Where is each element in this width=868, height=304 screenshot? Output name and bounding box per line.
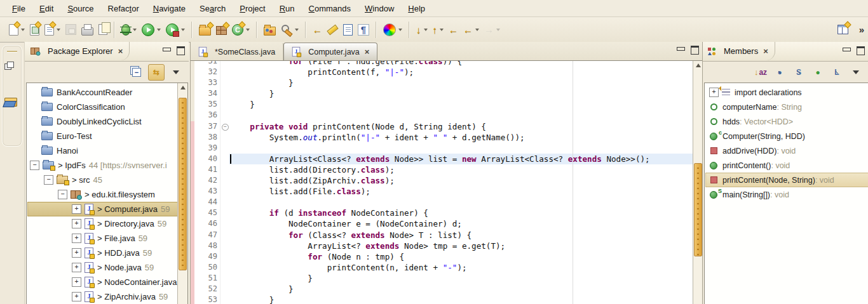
print-button[interactable] [79, 21, 95, 39]
minimize-button[interactable] [163, 48, 171, 51]
tree-item-ziparchiv.java[interactable]: +> ZipArchiv.java59 [27, 289, 178, 304]
folding-column[interactable] [220, 77, 229, 88]
tree-item-nodecontainer.java[interactable]: +> NodeContainer.java59 [27, 275, 178, 289]
dropdown-arrow-icon[interactable] [398, 29, 402, 31]
collapse-all-button[interactable] [129, 65, 144, 80]
editor-scrollbar[interactable] [693, 61, 703, 304]
tree-item-computer.java[interactable]: +> Computer.java59 [27, 202, 178, 216]
code-line-48[interactable]: 48 ArrayList<? extends Node> tmp = e.get… [191, 241, 693, 251]
code-text[interactable] [229, 110, 693, 121]
fold-collapse-icon[interactable]: − [222, 124, 229, 131]
folding-column[interactable] [220, 241, 229, 251]
back-button[interactable]: ← [461, 21, 481, 39]
menu-refactor[interactable]: Refactor [102, 2, 145, 15]
scrollbar-thumb[interactable] [694, 163, 702, 256]
folding-column[interactable] [220, 143, 229, 154]
code-line-47[interactable]: 47 for (Class<? extends Node> T : list) … [191, 230, 693, 241]
code-line-51[interactable]: 51 } [191, 273, 693, 284]
code-text[interactable]: NodeContainer e = (NodeContainer) d; [229, 218, 693, 229]
close-icon[interactable]: × [763, 46, 768, 56]
folding-column[interactable] [220, 284, 229, 294]
view-menu-button[interactable] [168, 65, 184, 80]
expand-icon[interactable]: + [72, 248, 81, 258]
folding-column[interactable] [220, 208, 229, 218]
run-button[interactable] [140, 21, 163, 39]
folding-column[interactable]: − [220, 121, 229, 132]
dropdown-arrow-icon[interactable] [157, 29, 161, 31]
maximize-button[interactable] [177, 46, 185, 55]
tree-item-euro-test[interactable]: Euro-Test [27, 129, 178, 143]
package-explorer-fastview-button[interactable] [4, 98, 17, 107]
dropdown-arrow-icon[interactable] [295, 29, 299, 31]
code-text[interactable]: printContent(n, ident + "-"); [229, 262, 693, 273]
new-java-project-button[interactable] [197, 21, 213, 39]
code-text[interactable]: private void printContent(Node d, String… [229, 121, 693, 132]
scroll-up-arrow-icon[interactable] [693, 61, 703, 70]
show-public-only-button[interactable]: ● [810, 65, 825, 80]
dropdown-arrow-icon[interactable] [21, 29, 25, 31]
code-line-38[interactable]: 38 System.out.println("|-" + ident + " "… [191, 132, 693, 143]
expand-icon[interactable]: + [72, 204, 81, 214]
member-printcontentnodestring[interactable]: printContent(Node, String) : void [705, 173, 868, 187]
new-menu-button[interactable] [43, 21, 62, 39]
package-explorer-tab[interactable]: Package Explorer × [25, 42, 130, 60]
menu-project[interactable]: Project [234, 2, 271, 15]
members-tab[interactable]: Members × [703, 42, 775, 60]
menu-file[interactable]: File [6, 2, 31, 15]
hide-static-members-button[interactable]: S [791, 65, 806, 80]
link-with-editor-button[interactable]: ⇆ [148, 64, 165, 81]
forward-button[interactable]: → [482, 21, 502, 39]
dropdown-arrow-icon[interactable] [440, 29, 444, 31]
scrollbar-thumb[interactable] [179, 98, 187, 270]
sort-button[interactable]: az [753, 65, 768, 80]
code-line-31[interactable]: 31 for (File f : hdd.get(File.class)) { [191, 61, 693, 67]
member-hdds[interactable]: hdds : Vector<HDD> [705, 114, 868, 129]
last-edit-location-button[interactable]: ← [311, 21, 324, 39]
menu-search[interactable]: Search [194, 2, 231, 15]
new-class-button[interactable] [230, 21, 252, 39]
folding-column[interactable] [220, 175, 229, 186]
menu-source[interactable]: Source [62, 2, 99, 15]
code-line-32[interactable]: 32 printContent(f, "|-"); [191, 67, 693, 77]
next-annotation-button[interactable]: ↓ [414, 21, 430, 39]
code-text[interactable] [229, 143, 693, 154]
folding-column[interactable] [220, 273, 229, 284]
dropdown-arrow-icon[interactable] [475, 29, 479, 31]
hide-fields-button[interactable]: ● [772, 65, 787, 80]
last-edit-arrow-button[interactable]: ← [447, 21, 460, 39]
show-whitespace-button[interactable]: ¶ [356, 21, 371, 39]
code-text[interactable]: System.out.println("|-" + ident + " " + … [229, 132, 693, 143]
code-line-33[interactable]: 33 } [191, 77, 693, 88]
code-line-35[interactable]: 35 } [191, 99, 693, 110]
dropdown-arrow-icon[interactable] [246, 29, 250, 31]
minimize-button[interactable] [677, 47, 685, 51]
code-line-40[interactable]: 40 ArrayList<Class<? extends Node>> list… [191, 154, 693, 164]
code-text[interactable]: for (Node n : tmp) { [229, 251, 693, 262]
menu-window[interactable]: Window [359, 2, 400, 15]
tree-item-node.java[interactable]: +> Node.java59 [27, 260, 178, 275]
menu-run[interactable]: Run [274, 2, 301, 15]
member-computername[interactable]: computerName : String [705, 100, 868, 114]
maximize-button[interactable] [691, 46, 699, 55]
menu-help[interactable]: Help [402, 2, 431, 15]
code-text[interactable]: } [229, 99, 693, 110]
code-line-45[interactable]: 45 if (d instanceof NodeContainer) { [191, 208, 693, 218]
fastview-drag-handle[interactable] [7, 51, 17, 53]
code-text[interactable]: ArrayList<? extends Node> tmp = e.get(T)… [229, 241, 693, 251]
collapse-icon[interactable]: − [44, 175, 53, 185]
toolbar-overflow-chevron[interactable]: » [859, 24, 864, 35]
code-line-37[interactable]: 37− private void printContent(Node d, St… [191, 121, 693, 132]
view-menu-button[interactable] [848, 65, 864, 80]
folding-column[interactable] [220, 88, 229, 99]
code-text[interactable]: if (d instanceof NodeContainer) { [229, 208, 693, 218]
code-text[interactable]: for (File f : hdd.get(File.class)) { [229, 61, 693, 67]
member-mainstring[interactable]: Smain(String[]) : void [705, 187, 868, 202]
folding-column[interactable] [220, 154, 229, 164]
code-text[interactable]: } [229, 294, 693, 304]
tree-item-directory.java[interactable]: +> Directory.java59 [27, 216, 178, 231]
new-wizard-button[interactable] [7, 21, 27, 39]
folding-column[interactable] [220, 67, 229, 77]
dropdown-arrow-icon[interactable] [57, 29, 60, 31]
folding-column[interactable] [220, 61, 229, 67]
copy-element-button[interactable] [97, 21, 109, 39]
